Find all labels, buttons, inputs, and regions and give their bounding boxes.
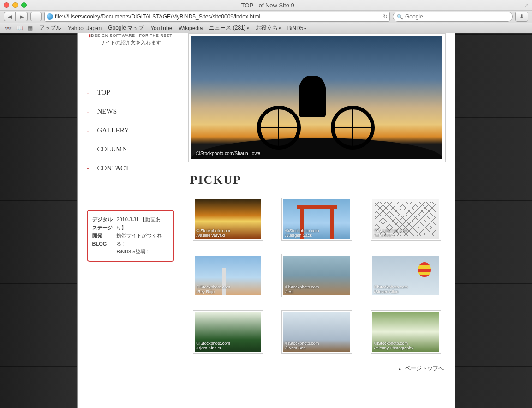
pickup-thumb[interactable]: ©iStockphoto.com/Juergen Sack (281, 198, 352, 241)
thumb-credit: ©iStockphoto.com/Bjorn Kindler (197, 342, 230, 351)
blog-widget-title: デジタルステージ開発BLOG (92, 216, 113, 256)
pickup-thumb[interactable]: ©iStockphoto.com/Vasiliki Varvaki (193, 198, 263, 241)
pickup-thumb[interactable]: ©iStockphoto.com/Mlenny Photography (371, 310, 441, 354)
thumb-credit: ©iStockphoto.com/Rey Rojo (197, 285, 230, 294)
pickup-thumb[interactable]: ©iStockphoto.com/Matt Kunz (371, 198, 441, 241)
blog-widget-body: 2010.3.31 【動画あり】 携帯サイトがつくれる！ BiND3.5登場！ (116, 216, 168, 256)
bookmarks-bar: 👓 📖 ▦ アップル Yahoo! Japan Google マップ YouTu… (0, 23, 532, 33)
reload-icon[interactable]: ↻ (383, 13, 388, 20)
bookmark-item[interactable]: Wikipedia (179, 25, 203, 31)
thumb-credit: ©iStockphoto.com/Evrim Sen (285, 342, 319, 351)
blog-widget[interactable]: デジタルステージ開発BLOG 2010.3.31 【動画あり】 携帯サイトがつく… (87, 210, 174, 262)
site-tagline: ▮DESIGN SOFTWARE [ FOR THE REST (87, 33, 174, 38)
nav-item-column[interactable]: -COLUMN (87, 140, 174, 159)
hero-credit: ©iStockphoto.com/Shaun Lowe (196, 151, 261, 156)
window-title: =TOP= of New Site 9 (0, 2, 532, 9)
thumb-image: ©iStockphoto.com/Matt Kunz (372, 199, 439, 239)
up-triangle-icon: ▲ (398, 366, 402, 371)
nav-menu: -TOP -NEWS -GALLERY -COLUMN -CONTACT (87, 83, 174, 178)
site-icon (47, 13, 53, 20)
sidebar: ▮DESIGN SOFTWARE [ FOR THE REST サイトの紹介文を… (78, 33, 184, 408)
site-subtitle: サイトの紹介文を入れます (87, 39, 174, 46)
thumb-credit: ©iStockphoto.com/Steven Allan (374, 285, 408, 294)
thumb-credit: ©iStockphoto.com/Juergen Sack (285, 229, 319, 238)
thumb-credit: ©iStockphoto.com/Matt Kunz (374, 229, 408, 238)
hero-image-frame: ©iStockphoto.com/Shaun Lowe (188, 33, 446, 162)
thumb-image: ©iStockphoto.com/Evrim Sen (283, 312, 350, 352)
bookmark-item[interactable]: Yahoo! Japan (68, 25, 102, 31)
main-content: ©iStockphoto.com/Shaun Lowe PICKUP ©iSto… (184, 33, 455, 408)
browser-toolbar: ◀ ▶ + file:///Users/cooley/Documents/DIG… (0, 10, 532, 23)
downloads-button[interactable]: ⬇ (515, 12, 528, 22)
thumb-image: ©iStockphoto.com/Bjorn Kindler (195, 312, 262, 352)
bookmark-item[interactable]: Google マップ (108, 24, 144, 32)
nav-item-news[interactable]: -NEWS (87, 102, 174, 121)
hero-image: ©iStockphoto.com/Shaun Lowe (191, 36, 442, 159)
url-bar[interactable]: file:///Users/cooley/Documents/DIGITALST… (44, 12, 390, 22)
bookmarks-icon[interactable]: 📖 (16, 25, 23, 31)
search-icon: 🔍 (397, 14, 403, 20)
thumb-credit: ©iStockphoto.com/Mlenny Photography (374, 342, 413, 351)
nav-item-contact[interactable]: -CONTACT (87, 159, 174, 178)
search-bar[interactable]: 🔍 (393, 12, 513, 22)
viewport: ▮DESIGN SOFTWARE [ FOR THE REST サイトの紹介文を… (0, 33, 532, 408)
forward-button[interactable]: ▶ (16, 12, 28, 21)
pickup-thumb[interactable]: ©iStockphoto.com/Steven Allan (371, 254, 441, 297)
titlebar: =TOP= of New Site 9 ⤢ (0, 0, 532, 10)
bookmark-item[interactable]: ニュース (281) (209, 24, 249, 32)
browser-chrome: =TOP= of New Site 9 ⤢ ◀ ▶ + file:///User… (0, 0, 532, 33)
pickup-thumb[interactable]: ©iStockphoto.com/Evrim Sen (281, 310, 352, 354)
pickup-thumb[interactable]: ©iStockphoto.com/Rey Rojo (193, 254, 263, 297)
url-text: file:///Users/cooley/Documents/DIGITALST… (55, 13, 260, 20)
topsites-icon[interactable]: ▦ (28, 25, 33, 31)
thumb-image: ©iStockphoto.com/Juergen Sack (283, 199, 350, 239)
pickup-heading: PICKUP (190, 173, 446, 187)
bookmark-item[interactable]: BiND5 (287, 25, 307, 31)
bookmark-item[interactable]: YouTube (150, 25, 172, 31)
nav-item-top[interactable]: -TOP (87, 83, 174, 102)
thumb-image: ©iStockphoto.com/Vasiliki Varvaki (195, 199, 262, 239)
bookmark-item[interactable]: お役立ち (256, 24, 281, 32)
pickup-thumb[interactable]: ©iStockphoto.com/rest (281, 254, 352, 297)
reading-list-icon[interactable]: 👓 (5, 25, 12, 31)
thumb-credit: ©iStockphoto.com/Vasiliki Varvaki (197, 229, 230, 238)
back-button[interactable]: ◀ (4, 12, 16, 21)
thumb-image: ©iStockphoto.com/Rey Rojo (195, 256, 262, 295)
pickup-grid: ©iStockphoto.com/Vasiliki Varvaki©iStock… (188, 193, 446, 354)
nav-item-gallery[interactable]: -GALLERY (87, 121, 174, 140)
thumb-image: ©iStockphoto.com/Mlenny Photography (372, 312, 439, 352)
add-bookmark-button[interactable]: + (30, 12, 42, 21)
search-input[interactable] (405, 13, 508, 20)
thumb-image: ©iStockphoto.com/Steven Allan (372, 256, 439, 295)
pickup-thumb[interactable]: ©iStockphoto.com/Bjorn Kindler (193, 310, 263, 354)
thumb-image: ©iStockphoto.com/rest (283, 256, 350, 295)
bookmark-item[interactable]: アップル (39, 24, 61, 32)
thumb-credit: ©iStockphoto.com/rest (285, 285, 319, 294)
page-top-link[interactable]: ▲ ページトップへ (188, 365, 446, 372)
page-container: ▮DESIGN SOFTWARE [ FOR THE REST サイトの紹介文を… (77, 33, 455, 408)
divider (188, 189, 446, 189)
